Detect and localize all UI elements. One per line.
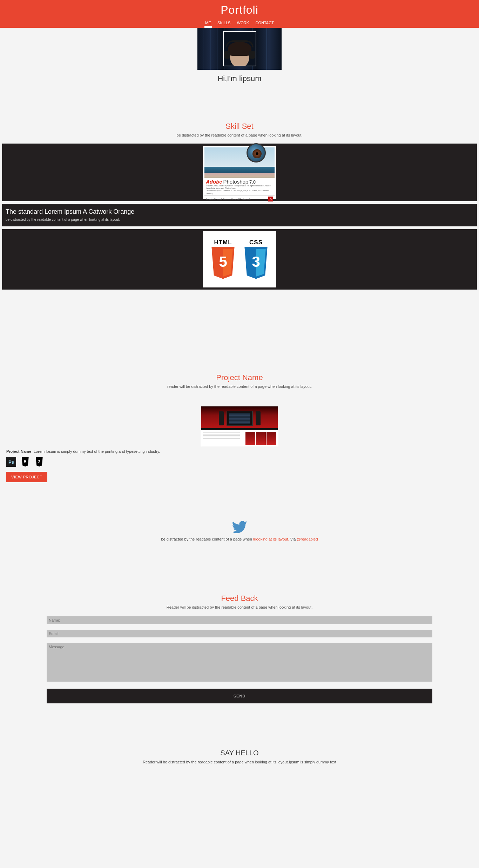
feedback-section: Feed Back Reader will be distracted by t…	[0, 580, 479, 710]
feedback-title: Feed Back	[4, 594, 475, 603]
greeting: Hi,I'm lipsum	[0, 74, 479, 83]
adobe-logo-icon: A	[268, 197, 273, 201]
feedback-sub: Reader will be distracted by the readabl…	[4, 605, 475, 609]
email-field[interactable]	[47, 630, 432, 637]
project-description: Project-Name Lorem Ipsum is simply dummy…	[4, 449, 475, 453]
ps-copy-1: © 1999-2002 Adobe Systems Incorporated. …	[206, 185, 273, 190]
css3-label: CSS	[241, 239, 271, 246]
say-hello-section: SAY HELLO Reader will be distracted by t…	[0, 710, 479, 771]
name-field[interactable]	[47, 616, 432, 624]
tweet-pre: be distracted by the readable content of…	[161, 537, 253, 541]
project-thumbnail	[201, 406, 278, 446]
svg-text:5: 5	[219, 253, 227, 270]
skill-text-sub: be distracted by the readable content of…	[6, 218, 473, 221]
svg-text:3: 3	[38, 459, 41, 464]
html5-css3-logos: HTML 5 CSS 3	[203, 231, 276, 287]
svg-text:5: 5	[24, 459, 27, 464]
nav-contact[interactable]: CONTACT	[255, 19, 275, 28]
nav-me[interactable]: ME	[204, 19, 212, 28]
css3-shield-icon: 3	[242, 247, 270, 280]
skill-text-block: The standard Lorem Ipsum A Catwork Orang…	[2, 204, 477, 226]
feedback-form: SEND	[33, 616, 446, 703]
view-project-button[interactable]: VIEW PROJECT	[6, 472, 47, 482]
work-title: Project Name	[4, 373, 475, 382]
ps-brand-adobe: Adobe	[206, 179, 222, 185]
ps-version: 7.0	[249, 179, 256, 185]
project-card	[4, 406, 475, 446]
tweet-hashtag[interactable]: #looking at its layout.	[253, 537, 289, 541]
hero-image	[197, 28, 282, 70]
twitter-icon	[232, 521, 247, 534]
svg-text:3: 3	[252, 253, 260, 270]
html5-shield-icon: 5	[209, 247, 237, 280]
header: Portfoli ME SKILLS WORK CONTACT	[0, 0, 479, 28]
skills-sub: be distracted by the readable content of…	[4, 133, 475, 137]
nav-skills[interactable]: SKILLS	[217, 19, 231, 28]
photoshop-splash: Adobe Photoshop 7.0 © 1999-2002 Adobe Sy…	[203, 146, 276, 199]
project-desc-text: Lorem Ipsum is simply dummy text of the …	[34, 449, 160, 453]
skill-card-htmlcss: HTML 5 CSS 3	[2, 229, 477, 290]
css3-logo: CSS 3	[241, 239, 271, 280]
ps-credit: Douglas Kirkland, Douglas Kirkland Photo…	[206, 198, 251, 200]
me-section: Hi,I'm lipsum	[0, 28, 479, 118]
twitter-section: be distracted by the readable content of…	[0, 482, 479, 580]
html5-label: HTML	[208, 239, 238, 246]
nav-work[interactable]: WORK	[236, 19, 250, 28]
say-hello-title: SAY HELLO	[4, 749, 475, 757]
css3-tool-icon: 3	[34, 457, 44, 467]
tweet-handle[interactable]: @readabled	[297, 537, 318, 541]
skills-title: Skill Set	[4, 122, 475, 131]
eye-loupe-icon	[247, 143, 271, 163]
tool-icons: Ps 5 3	[4, 457, 475, 467]
work-section: Project Name reader will be distracted b…	[0, 292, 479, 482]
message-field[interactable]	[47, 643, 432, 682]
say-hello-sub: Reader will be distracted by the readabl…	[4, 760, 475, 764]
html5-tool-icon: 5	[20, 457, 30, 467]
ps-brand-photoshop: Photoshop	[223, 179, 248, 185]
skill-card-photoshop: Adobe Photoshop 7.0 © 1999-2002 Adobe Sy…	[2, 144, 477, 201]
ps-copy-2: Protected by U.S. Patents 5,146,346; 5,5…	[206, 190, 273, 194]
work-sub: reader will be distracted by the readabl…	[4, 384, 475, 389]
skills-section: Skill Set be distracted by the readable …	[0, 118, 479, 141]
send-button[interactable]: SEND	[47, 689, 432, 703]
tweet-via: Via	[290, 537, 297, 541]
main-nav: ME SKILLS WORK CONTACT	[0, 19, 479, 28]
skill-text-heading: The standard Lorem Ipsum A Catwork Orang…	[6, 208, 473, 216]
tweet-text: be distracted by the readable content of…	[4, 537, 475, 541]
photoshop-tool-icon: Ps	[6, 457, 16, 467]
project-desc-label: Project-Name	[6, 449, 31, 453]
logo[interactable]: Portfoli	[0, 4, 479, 16]
avatar	[223, 31, 256, 66]
html5-logo: HTML 5	[208, 239, 238, 280]
